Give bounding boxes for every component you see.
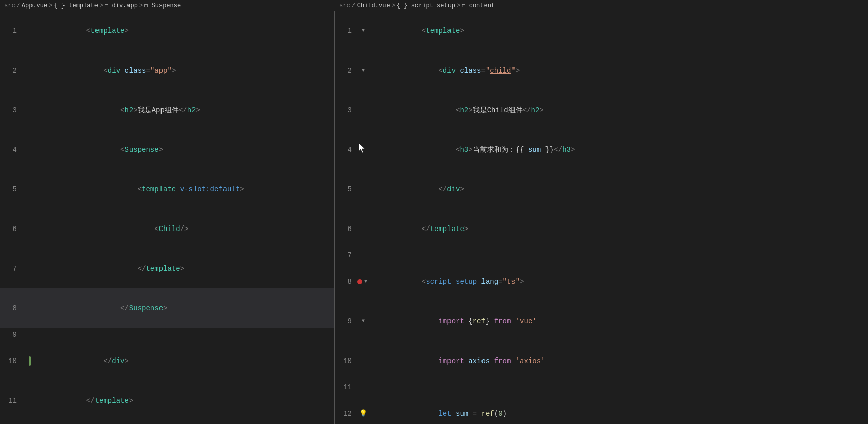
right-line-10: 10 import axios from 'axios'	[335, 341, 868, 381]
breadcrumb-childvue: Child.vue	[357, 2, 390, 9]
right-line-1: 1 ▼ <template>	[335, 11, 868, 51]
left-line-4: 4 <Suspense>	[0, 130, 334, 170]
breadcrumb-appvue: App.vue	[22, 2, 47, 9]
right-line-11: 11	[335, 381, 868, 394]
right-line-4: 4 <h3>当前求和为：{{ sum }}</h3>	[335, 130, 868, 170]
left-line-12: 12	[0, 420, 334, 424]
breadcrumb-right-src: src	[339, 2, 350, 9]
right-line-5: 5 </div>	[335, 170, 868, 209]
collapse-btn-r9[interactable]: ▼	[362, 315, 365, 328]
breadcrumb-left: src / App.vue > { } template > ◻ div.app…	[0, 0, 335, 11]
code-area: 1 <template> 2 <div class="app">	[0, 11, 868, 424]
right-line-7: 7	[335, 249, 868, 262]
lightbulb-r12[interactable]: 💡	[359, 407, 367, 420]
right-line-8: 8 ▼ <script setup lang="ts">	[335, 262, 868, 302]
left-line-5: 5 <template v-slot:default>	[0, 170, 334, 209]
left-line-11: 11 </template>	[0, 381, 334, 420]
collapse-btn-r8[interactable]: ▼	[364, 275, 367, 288]
left-line-9: 9	[0, 328, 334, 341]
left-code-content[interactable]: 1 <template> 2 <div class="app">	[0, 11, 334, 424]
right-line-12: 12 💡 let sum = ref(0)	[335, 394, 868, 424]
left-line-10: 10 </div>	[0, 341, 334, 381]
editor-container: src / App.vue > { } template > ◻ div.app…	[0, 0, 868, 424]
right-code-content[interactable]: 1 ▼ <template> 2 ▼ <div class="ch	[335, 11, 868, 424]
breakpoint-r8	[357, 279, 362, 284]
left-line-7: 7 </template>	[0, 249, 334, 288]
breadcrumb-content: ◻ content	[462, 2, 495, 9]
right-line-2: 2 ▼ <div class="child">	[335, 51, 868, 90]
left-pane: 1 <template> 2 <div class="app">	[0, 11, 335, 424]
left-line-2: 2 <div class="app">	[0, 51, 334, 90]
breadcrumb-template1: { } template	[54, 2, 98, 9]
collapse-btn-r2[interactable]: ▼	[362, 64, 365, 77]
right-pane: 1 ▼ <template> 2 ▼ <div class="ch	[335, 11, 868, 424]
breadcrumb-divapp: ◻ div.app	[105, 2, 138, 9]
collapse-btn-r1[interactable]: ▼	[362, 24, 365, 38]
right-line-3: 3 <h2>我是Child组件</h2>	[335, 90, 868, 130]
breadcrumb-scriptsetup: { } script setup	[397, 2, 455, 9]
right-line-6: 6 </template>	[335, 209, 868, 249]
left-line-1: 1 <template>	[0, 11, 334, 51]
left-line-8: 8 </Suspense>	[0, 288, 334, 328]
breadcrumb-right: src / Child.vue > { } script setup > ◻ c…	[335, 0, 868, 11]
breadcrumb-left-text: src	[4, 2, 15, 9]
left-line-3: 3 <h2>我是App组件</h2>	[0, 90, 334, 130]
breadcrumb-suspense: ◻ Suspense	[144, 2, 181, 9]
breadcrumb-bar: src / App.vue > { } template > ◻ div.app…	[0, 0, 868, 11]
right-line-9: 9 ▼ import {ref} from 'vue'	[335, 302, 868, 341]
left-line-6: 6 <Child/>	[0, 209, 334, 249]
